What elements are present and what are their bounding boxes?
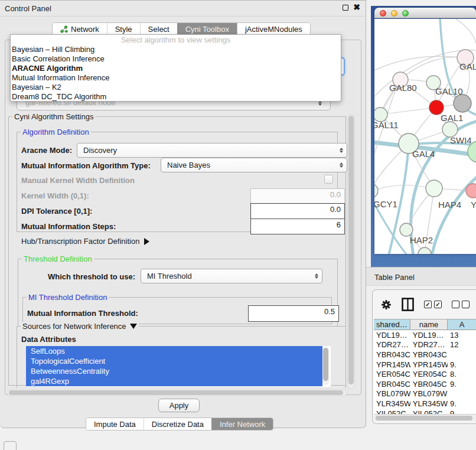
- algorithm-option-basic-correlation-inference[interactable]: Basic Correlation Inference: [11, 54, 341, 64]
- table-row[interactable]: YDR27…YDR27…12: [374, 340, 476, 350]
- scrollbar-thumb[interactable]: [348, 116, 354, 384]
- attribute-item-selfloops[interactable]: SelfLoops: [26, 346, 322, 356]
- tab-jactivemnodules[interactable]: jActiveMNodules: [237, 23, 310, 35]
- attribute-item-gal4rgexp[interactable]: gal4RGexp: [26, 376, 322, 386]
- table-row[interactable]: YER054CYER054C8.: [374, 369, 476, 379]
- table-row[interactable]: YBR043CYBR043C: [374, 350, 476, 360]
- network-node[interactable]: [466, 184, 476, 198]
- manual-kernel-checkbox[interactable]: [324, 175, 333, 184]
- mi-steps-label: Mutual Information Steps:: [21, 222, 116, 231]
- table-row[interactable]: YBL079WYBL079W: [374, 389, 476, 399]
- table-cell: YDR27…: [374, 340, 410, 349]
- scrollbar-thumb[interactable]: [376, 416, 472, 420]
- gear-icon[interactable]: [381, 299, 392, 310]
- panel-corner-button[interactable]: [4, 441, 17, 450]
- attribute-item-topologicalcoefficient[interactable]: TopologicalCoefficient: [26, 356, 322, 366]
- network-edge: [456, 19, 476, 43]
- cyni-mode-tab-bar: Impute DataDiscretize DataInfer Network: [86, 418, 273, 431]
- settings-vertical-scrollbar[interactable]: [347, 114, 355, 389]
- node-label-gal80: GAL80: [389, 83, 417, 93]
- which-threshold-combo[interactable]: MI Threshold: [141, 269, 322, 283]
- algorithm-option-dream8-dc-tdc-algorithm[interactable]: Dream8 DC_TDC Algorithm: [11, 92, 341, 102]
- tab-label: Network: [71, 25, 99, 34]
- combo-spinner-icon: [340, 161, 343, 169]
- data-attributes-label: Data Attributes: [21, 335, 76, 344]
- scrollbar-thumb[interactable]: [323, 348, 328, 381]
- algorithm-option-bayesian-hill-climbing[interactable]: Bayesian – Hill Climbing: [11, 45, 341, 54]
- node-label-gcy1: GCY1: [374, 199, 397, 209]
- network-node[interactable]: [400, 223, 413, 236]
- collapse-down-icon[interactable]: [130, 324, 137, 332]
- select-all-icon[interactable]: ✓✓: [424, 301, 442, 308]
- hub-definition-expander[interactable]: Hub/Transcription Factor Definition: [21, 237, 153, 246]
- aracne-mode-combo[interactable]: Discovery: [77, 143, 347, 158]
- deselect-all-icon[interactable]: [452, 301, 470, 308]
- mi-steps-field[interactable]: 6: [250, 219, 345, 234]
- algorithm-option-bayesian-k2[interactable]: Bayesian – K2: [11, 83, 341, 92]
- kernel-width-field[interactable]: 0.0: [250, 188, 345, 204]
- column-header-shared[interactable]: shared…: [374, 319, 410, 330]
- network-node[interactable]: [454, 94, 471, 112]
- table-row[interactable]: YIL052CYIL052C9: [374, 409, 476, 414]
- minimize-traffic-light[interactable]: [391, 10, 397, 17]
- expand-right-icon[interactable]: [144, 238, 153, 245]
- column-header-a[interactable]: A: [448, 319, 476, 330]
- close-icon[interactable]: ✖: [353, 2, 360, 12]
- network-node[interactable]: [426, 180, 442, 197]
- table-cell: YPR145W: [374, 360, 410, 369]
- columns-icon[interactable]: [402, 298, 414, 311]
- group-title: Threshold Definition: [22, 255, 94, 263]
- table-row[interactable]: YLR345WYLR345W9.: [374, 399, 476, 409]
- tab-cyni-toolbox[interactable]: Cyni Toolbox: [177, 23, 237, 35]
- network-graph: GALGAL80GAL10GAL1GAL11SWI4GAL4GCY1HAP4YH…: [374, 19, 476, 254]
- node-label-gal4: GAL4: [412, 149, 435, 159]
- algorithm-dropdown-popup: Select algorithm to view settings Bayesi…: [10, 34, 341, 102]
- table-panel-titlebar: Table Panel: [366, 267, 476, 286]
- table-cell: YIL052C: [410, 409, 448, 414]
- mi-type-combo[interactable]: Naive Bayes: [161, 158, 347, 172]
- table-cell: YBR045C: [410, 380, 448, 389]
- sources-collapse-control[interactable]: Sources for Network Inference: [21, 322, 139, 332]
- zoom-traffic-light[interactable]: [402, 10, 409, 17]
- network-window-titlebar[interactable]: [374, 8, 476, 18]
- tab-infer-network[interactable]: Infer Network: [211, 418, 273, 430]
- node-label-gal1: GAL1: [441, 113, 463, 123]
- which-threshold-label: Which threshold to use:: [48, 272, 135, 281]
- node-label-hap2: HAP2: [410, 235, 433, 245]
- table-body: YDL19…YDL19…13YDR27…YDR27…12YBR043CYBR04…: [374, 330, 476, 414]
- tab-discretize-data[interactable]: Discretize Data: [144, 418, 211, 430]
- table-cell: YBR043C: [374, 350, 410, 359]
- dpi-tolerance-field[interactable]: 0.0: [250, 203, 345, 220]
- network-node[interactable]: [374, 184, 378, 198]
- apply-button[interactable]: Apply: [158, 399, 200, 412]
- attribute-list-scrollbar[interactable]: [322, 347, 329, 385]
- mi-threshold-field[interactable]: 0.5: [248, 305, 339, 322]
- algorithm-option-aracne-algorithm[interactable]: ARACNE Algorithm: [11, 64, 341, 73]
- table-cell: YIL052C: [374, 409, 410, 414]
- tab-impute-data[interactable]: Impute Data: [86, 418, 144, 430]
- sources-title: Sources for Network Inference: [22, 322, 126, 331]
- scrollbar-thumb[interactable]: [9, 390, 343, 395]
- column-header-name[interactable]: name: [410, 319, 448, 330]
- tab-label: Cyni Toolbox: [185, 25, 229, 34]
- settings-horizontal-scrollbar[interactable]: [7, 389, 347, 396]
- hub-definition-label: Hub/Transcription Factor Definition: [21, 237, 139, 246]
- close-traffic-light[interactable]: [380, 10, 386, 17]
- network-canvas[interactable]: GALGAL80GAL10GAL1GAL11SWI4GAL4GCY1HAP4YH…: [374, 19, 476, 254]
- tab-network[interactable]: Network: [53, 23, 107, 35]
- dpi-tolerance-value: 0.0: [330, 205, 341, 214]
- tab-select[interactable]: Select: [140, 23, 177, 35]
- table-cell: YDL19…: [374, 331, 410, 340]
- tab-style[interactable]: Style: [107, 23, 140, 35]
- combo-spinner-icon: [315, 272, 318, 281]
- table-cell: YDL19…: [410, 331, 448, 340]
- float-icon[interactable]: [343, 5, 348, 11]
- aracne-mode-label: Aracne Mode:: [21, 146, 72, 155]
- table-horizontal-scrollbar[interactable]: [374, 414, 476, 421]
- table-row[interactable]: YPR145WYPR145W9.: [374, 360, 476, 370]
- table-row[interactable]: YBR045CYBR045C9.: [374, 379, 476, 389]
- algorithm-option-mutual-information-inference[interactable]: Mutual Information Inference: [11, 73, 341, 83]
- data-attributes-list: SelfLoopsTopologicalCoefficientBetweenne…: [26, 346, 331, 387]
- table-row[interactable]: YDL19…YDL19…13: [374, 330, 476, 340]
- attribute-item-betweennesscentrality[interactable]: BetweennessCentrality: [26, 366, 322, 376]
